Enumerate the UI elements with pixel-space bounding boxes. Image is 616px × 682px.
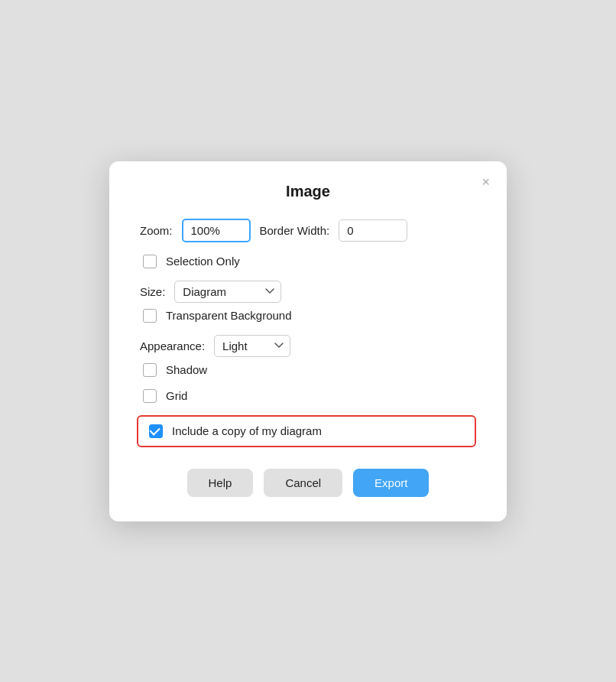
appearance-label: Appearance: — [140, 339, 205, 352]
zoom-border-row: Zoom: Border Width: — [140, 219, 476, 242]
transparent-bg-checkbox[interactable] — [143, 309, 157, 323]
size-row: Size: Diagram Page Custom — [140, 281, 476, 303]
selection-only-checkbox[interactable] — [143, 255, 157, 268]
image-dialog: × Image Zoom: Border Width: Selection On… — [109, 161, 507, 521]
dialog-title: Image — [140, 183, 476, 200]
shadow-checkbox[interactable] — [143, 363, 157, 377]
dialog-footer: Help Cancel Export — [140, 469, 476, 497]
shadow-row: Shadow — [140, 363, 476, 377]
help-button[interactable]: Help — [187, 469, 254, 497]
selection-only-row: Selection Only — [140, 255, 476, 268]
include-diagram-label: Include a copy of my diagram — [172, 424, 322, 437]
size-select[interactable]: Diagram Page Custom — [174, 281, 281, 303]
zoom-label: Zoom: — [140, 224, 173, 237]
include-diagram-row: Include a copy of my diagram — [137, 415, 476, 447]
size-label: Size: — [140, 285, 165, 298]
transparent-bg-row: Transparent Background — [140, 309, 476, 323]
shadow-label: Shadow — [166, 363, 207, 376]
dialog-overlay: × Image Zoom: Border Width: Selection On… — [0, 0, 616, 682]
transparent-bg-label: Transparent Background — [166, 309, 292, 322]
include-diagram-checkbox[interactable] — [149, 424, 163, 438]
zoom-input[interactable] — [182, 219, 251, 242]
border-width-label: Border Width: — [260, 224, 330, 237]
appearance-select[interactable]: Light Dark Auto — [214, 335, 290, 357]
close-button[interactable]: × — [478, 172, 493, 192]
export-button[interactable]: Export — [353, 469, 429, 497]
grid-label: Grid — [166, 389, 187, 402]
cancel-button[interactable]: Cancel — [264, 469, 342, 497]
appearance-row: Appearance: Light Dark Auto — [140, 335, 476, 357]
border-width-input[interactable] — [339, 219, 407, 242]
grid-checkbox[interactable] — [143, 389, 157, 403]
selection-only-label: Selection Only — [166, 255, 240, 268]
grid-row: Grid — [140, 389, 476, 403]
